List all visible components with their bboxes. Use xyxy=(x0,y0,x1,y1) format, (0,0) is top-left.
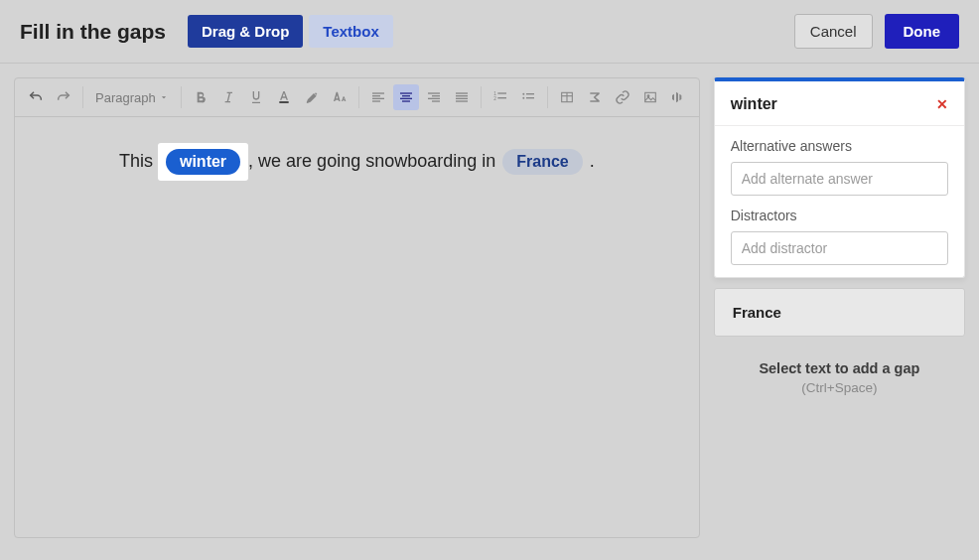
svg-rect-5 xyxy=(400,92,412,93)
hint-shortcut: (Ctrl+Space) xyxy=(720,380,959,395)
svg-rect-3 xyxy=(372,98,384,99)
svg-rect-12 xyxy=(432,100,440,101)
paragraph-dropdown[interactable]: Paragraph xyxy=(89,86,175,109)
hint-block: Select text to add a gap (Ctrl+Space) xyxy=(714,347,965,409)
sentence-text: , we are going snowboarding in xyxy=(248,151,500,171)
gap-pill-france[interactable]: France xyxy=(502,149,582,175)
svg-point-21 xyxy=(522,93,524,95)
sentence-text: . xyxy=(585,151,595,171)
bullet-list-icon[interactable] xyxy=(515,84,541,110)
font-size-icon[interactable] xyxy=(327,84,352,110)
svg-rect-4 xyxy=(372,100,380,101)
svg-rect-16 xyxy=(456,100,468,101)
right-panel: winter ✕ Alternative answers Distractors… xyxy=(714,77,965,538)
svg-rect-20 xyxy=(497,97,506,98)
numbered-list-icon[interactable]: 12 xyxy=(488,84,513,110)
svg-rect-15 xyxy=(456,98,468,99)
svg-rect-10 xyxy=(432,95,440,96)
bold-icon[interactable] xyxy=(188,84,213,110)
close-icon[interactable]: ✕ xyxy=(936,96,948,112)
svg-rect-2 xyxy=(372,95,380,96)
svg-rect-8 xyxy=(402,100,410,101)
italic-icon[interactable] xyxy=(215,84,241,110)
alt-answer-input[interactable] xyxy=(731,162,948,196)
text-color-icon[interactable] xyxy=(271,84,297,110)
svg-rect-19 xyxy=(497,92,506,93)
paragraph-label: Paragraph xyxy=(95,90,156,105)
redo-icon[interactable] xyxy=(51,84,76,110)
gap-pill-winter[interactable]: winter xyxy=(166,149,240,175)
tab-drag-drop[interactable]: Drag & Drop xyxy=(188,15,303,48)
gap-other-title: France xyxy=(733,304,946,321)
formula-icon[interactable] xyxy=(582,84,608,110)
svg-rect-1 xyxy=(372,92,384,93)
svg-rect-9 xyxy=(428,92,440,93)
undo-icon[interactable] xyxy=(23,84,49,110)
link-icon[interactable] xyxy=(610,84,635,110)
underline-icon[interactable] xyxy=(243,84,269,110)
editor-toolbar: Paragraph 12 xyxy=(15,78,699,117)
done-button[interactable]: Done xyxy=(885,14,960,49)
align-center-icon[interactable] xyxy=(393,84,419,110)
sentence-text: This xyxy=(119,151,158,171)
media-icon[interactable] xyxy=(665,84,691,110)
alt-answers-label: Alternative answers xyxy=(731,138,948,154)
page-title: Fill in the gaps xyxy=(20,20,166,44)
sentence: This winter, we are going snowboarding i… xyxy=(119,143,595,511)
cancel-button[interactable]: Cancel xyxy=(794,14,873,49)
svg-rect-6 xyxy=(402,95,410,96)
svg-point-22 xyxy=(522,97,524,99)
editor: Paragraph 12 This winter, we xyxy=(14,77,700,538)
gap-edit-card: winter ✕ Alternative answers Distractors xyxy=(714,77,965,278)
svg-rect-28 xyxy=(644,92,655,101)
table-icon[interactable] xyxy=(554,84,580,110)
highlight-icon[interactable] xyxy=(299,84,325,110)
svg-rect-7 xyxy=(400,98,412,99)
svg-rect-23 xyxy=(526,93,534,94)
svg-text:2: 2 xyxy=(493,96,496,101)
svg-rect-24 xyxy=(526,97,534,98)
image-icon[interactable] xyxy=(637,84,663,110)
svg-rect-0 xyxy=(279,101,288,103)
distractor-input[interactable] xyxy=(731,231,948,265)
hint-title: Select text to add a gap xyxy=(720,360,959,376)
align-left-icon[interactable] xyxy=(365,84,391,110)
gap-selected-wrapper: winter xyxy=(158,143,248,181)
tab-textbox[interactable]: Textbox xyxy=(309,15,392,48)
tab-group: Drag & Drop Textbox xyxy=(188,15,393,48)
editor-content[interactable]: This winter, we are going snowboarding i… xyxy=(15,117,699,537)
align-justify-icon[interactable] xyxy=(449,84,475,110)
svg-rect-11 xyxy=(428,98,440,99)
distractors-label: Distractors xyxy=(731,208,948,223)
svg-rect-14 xyxy=(456,95,468,96)
gap-card-title: winter xyxy=(731,95,777,113)
gap-other-card[interactable]: France xyxy=(714,288,965,337)
align-right-icon[interactable] xyxy=(421,84,447,110)
svg-rect-13 xyxy=(456,92,468,93)
